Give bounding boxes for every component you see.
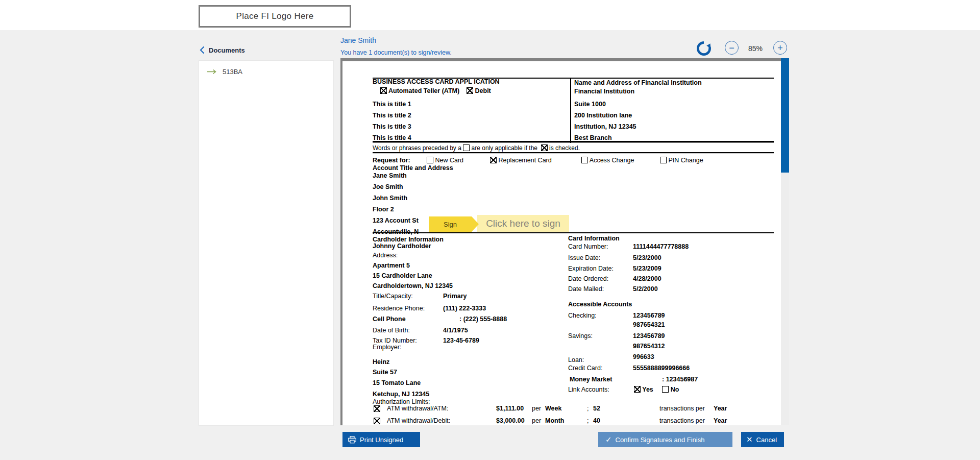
fi-heading: Name and Address of Financial Institutio… (574, 79, 702, 86)
title-capacity-value: Primary (443, 293, 467, 300)
form-title-line-4: This is title 4 (373, 134, 411, 141)
zoom-level: 85% (748, 44, 763, 53)
link-accounts-options: Yes No (634, 386, 679, 393)
fi-logo-placeholder-text: Place FI Logo Here (236, 11, 314, 21)
auth-period: Month (545, 417, 564, 424)
plus-icon: + (777, 43, 783, 53)
documents-notice: You have 1 document(s) to sign/review. (340, 49, 452, 56)
form-title-line-1: This is title 1 (373, 101, 411, 108)
printer-icon (348, 436, 356, 444)
savings-value-2: 987654312 (633, 343, 665, 350)
date-ordered-label: Date Ordered: (568, 275, 608, 282)
checking-label: Checking: (568, 312, 597, 319)
auth-unit: Year (714, 405, 727, 412)
form-line-note-bottom (373, 152, 774, 154)
loan-value: 996633 (633, 353, 654, 360)
refresh-button[interactable] (695, 39, 713, 60)
link-no-label: No (671, 386, 679, 393)
account-title-line: Jane Smith (373, 172, 407, 179)
request-option-label: PIN Change (668, 157, 703, 164)
zoom-in-button[interactable]: + (773, 41, 787, 55)
request-option-label: New Card (435, 157, 463, 164)
issue-date-label: Issue Date: (568, 254, 600, 261)
checkmark-icon: ✓ (605, 435, 612, 444)
checkbox-debit-label: Debit (475, 87, 491, 94)
loan-label: Loan: (568, 356, 584, 364)
checkbox-auth-debit-checked (374, 418, 380, 424)
sign-prompt-label: Click here to sign (486, 218, 560, 229)
employer-line: Ketchup, NJ 12345 (373, 391, 429, 398)
checkbox-new-card (427, 157, 433, 163)
accessible-accounts-heading: Accessible Accounts (568, 301, 632, 308)
auth-per: per (532, 417, 541, 424)
credit-card-label: Credit Card: (568, 365, 602, 372)
checking-value-2: 987654321 (633, 321, 665, 328)
request-option-access-change: Access Change (581, 157, 634, 164)
request-option-label: Replacement Card (498, 157, 551, 164)
checkbox-debit-checked (467, 87, 473, 94)
card-number-label: Card Number: (568, 243, 608, 250)
documents-back-label: Documents (209, 46, 245, 54)
zoom-out-button[interactable]: − (725, 41, 739, 55)
card-number-value: 1111444477778888 (633, 243, 689, 250)
refresh-icon (695, 39, 713, 58)
date-mailed-label: Date Mailed: (568, 285, 604, 293)
auth-per: per (532, 405, 541, 412)
cardholder-name: Johnny Cardholder (373, 243, 431, 250)
auth-unit: Year (714, 417, 727, 424)
auth-amount: $3,000.00 (496, 417, 525, 424)
scrollbar-thumb[interactable] (781, 58, 789, 173)
auth-count: 52 (593, 405, 600, 412)
sign-tag[interactable]: Sign (429, 216, 472, 232)
money-market-value: : 123456987 (662, 376, 698, 383)
click-here-to-sign-field[interactable]: Click here to sign (477, 215, 569, 232)
account-title-line: John Smith (373, 195, 407, 202)
request-option-new-card: New Card (427, 157, 463, 164)
sidebar-item-document[interactable]: 513BA (207, 68, 242, 76)
cell-phone-value: : (222) 555-8888 (459, 316, 507, 323)
request-option-replacement-card: Replacement Card (490, 157, 552, 164)
form-title: BUSINESS ACCESS CARD APPL ICATION (373, 78, 500, 85)
tax-id-label: Tax ID Number: (373, 337, 417, 344)
cell-phone-label: Cell Phone (373, 316, 406, 323)
sign-tag-label: Sign (444, 221, 457, 228)
confirm-signatures-button[interactable]: ✓ Confirm Signatures and Finish (598, 432, 732, 447)
expiration-date-label: Expiration Date: (568, 265, 614, 272)
account-title-line: Accountville, N (373, 228, 419, 235)
checkbox-checked-icon (541, 144, 548, 151)
chevron-left-icon (200, 46, 205, 54)
dob-value: 4/1/1975 (443, 327, 468, 334)
print-unsigned-label: Print Unsigned (360, 436, 403, 444)
account-title-heading: Account Title and Address (373, 164, 453, 172)
employer-line: Heinz (373, 358, 389, 366)
address-line: Cardholdertown, NJ 12345 (373, 282, 453, 289)
account-title-line: Joe Smith (373, 183, 403, 190)
fi-line-4: Institution, NJ 12345 (574, 123, 636, 130)
date-mailed-value: 5/2/2000 (633, 285, 658, 293)
issue-date-value: 5/23/2000 (633, 254, 662, 261)
print-unsigned-button[interactable]: Print Unsigned (342, 432, 420, 447)
fi-line-1: Financial Institution (574, 88, 634, 95)
residence-phone-value: (111) 222-3333 (443, 305, 486, 312)
cardholder-heading: Cardholder Information (373, 236, 444, 243)
user-name: Jane Smith (340, 36, 376, 44)
cancel-button[interactable]: ✕ Cancel (741, 432, 784, 447)
credit-card-value: 5555888899996666 (633, 365, 690, 372)
auth-trans: transactions per (659, 417, 705, 424)
sign-tag-arrow-icon[interactable] (472, 216, 479, 232)
x-icon: ✕ (746, 435, 753, 444)
request-for-label: Request for: (373, 157, 410, 164)
form-title-line-3: This is title 3 (373, 123, 411, 130)
checkbox-pin-change (660, 157, 667, 163)
link-accounts-label: Link Accounts: (568, 386, 609, 393)
conditional-note-mid: are only applicable if the (472, 144, 537, 152)
account-title-line: 123 Account St (373, 217, 419, 224)
fi-line-2: Suite 1000 (574, 101, 606, 108)
money-market-label: Money Market (570, 376, 612, 383)
documents-list-panel: 513BA (199, 60, 334, 426)
confirm-signatures-label: Confirm Signatures and Finish (616, 436, 705, 444)
authorization-limits-heading: Authorization Limits: (373, 398, 430, 405)
documents-back-button[interactable]: Documents (200, 46, 245, 54)
request-option-pin-change: PIN Change (660, 157, 703, 164)
auth-label: ATM withdrawal/Debit: (387, 417, 450, 424)
